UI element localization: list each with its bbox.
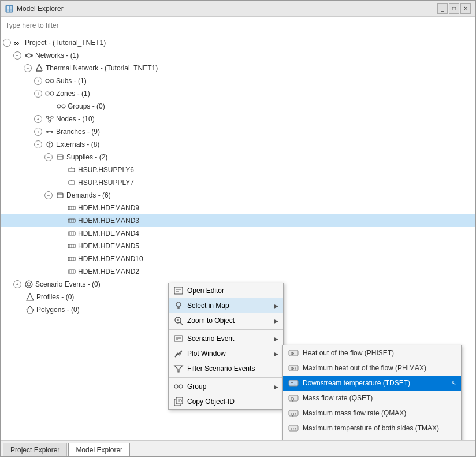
tree-item-branches[interactable]: + Branches - (9) [1, 125, 475, 138]
tab-project-explorer[interactable]: Project Explorer [3, 443, 67, 456]
zoom-arrow: ▶ [274, 318, 278, 324]
min-temp-both-label: Minimum temperature of both sides (TMIN) [303, 439, 435, 440]
tree-item-nodes[interactable]: + Nodes - (10) [1, 113, 475, 125]
thermal-label: Thermal Network - (Tutorial_TNET1) [46, 64, 158, 72]
expand-zones[interactable]: + [34, 90, 42, 98]
menu-open-editor-label: Open Editor [187, 287, 224, 295]
tree-item-subs[interactable]: + Subs - (1) [1, 75, 475, 87]
menu-filter-scenario[interactable]: Filter Scenario Events [169, 361, 283, 376]
svg-point-25 [46, 131, 49, 133]
svg-point-13 [46, 92, 49, 95]
main-window: Model Explorer _ □ ✕ − ∞ Project - (Tuto… [0, 0, 476, 457]
hdem10-label: HDEM.HDEMAND10 [78, 255, 143, 263]
zones-icon [44, 88, 55, 99]
tree-item-hdem4[interactable]: HDEM.HDEMAND4 [1, 227, 475, 240]
svg-text:Φ↑: Φ↑ [291, 366, 296, 371]
demands-label: Demands - (6) [66, 191, 111, 199]
max-heat-label: Maximum heat out of the flow (PHIMAX) [303, 364, 426, 372]
svg-rect-33 [69, 168, 75, 172]
temp-icon: T↓ [288, 377, 299, 389]
groups-label: Groups - (0) [68, 102, 105, 110]
submenu-min-temp-both[interactable]: T↓↓ Minimum temperature of both sides (T… [283, 436, 461, 440]
tab-bar: Project Explorer Model Explorer [1, 440, 475, 456]
menu-group[interactable]: Group ▶ [169, 379, 283, 394]
minimize-button[interactable]: _ [437, 3, 448, 14]
max-mass-label: Maximum mass flow rate (QMAX) [303, 409, 406, 417]
copy-id-icon: ID [173, 396, 184, 407]
svg-rect-37 [57, 193, 63, 198]
editor-icon [173, 285, 184, 296]
branches-label: Branches - (9) [56, 128, 100, 136]
tree-item-demands[interactable]: − Demands - (6) [1, 189, 475, 202]
close-button[interactable]: ✕ [460, 3, 471, 14]
hsup6-label: HSUP.HSUPPLY6 [78, 166, 134, 174]
polygons-label: Polygons - (0) [36, 306, 80, 314]
tree-item-hdem9[interactable]: HDEM.HDEMAND9 [1, 202, 475, 214]
expand-subs[interactable]: + [34, 77, 42, 85]
svg-point-63 [25, 281, 32, 288]
expand-branches[interactable]: + [34, 128, 42, 136]
tree-item-zones[interactable]: + Zones - (1) [1, 87, 475, 100]
hdem2-icon [66, 266, 77, 277]
svg-text:∞: ∞ [14, 39, 19, 47]
expand-externals[interactable]: − [34, 140, 42, 148]
expand-thermal[interactable]: − [24, 64, 32, 72]
menu-plot-window[interactable]: Plot Window ▶ [169, 346, 283, 361]
tree-item-networks[interactable]: − Networks - (1) [1, 49, 475, 62]
expand-supplies[interactable]: − [44, 153, 53, 161]
tab-model-explorer[interactable]: Model Explorer [68, 443, 130, 456]
svg-point-70 [176, 302, 181, 307]
filter-input[interactable] [5, 21, 471, 29]
tree-item-hdem5[interactable]: HDEM.HDEMAND5 [1, 240, 475, 252]
tree-item-thermal[interactable]: − Thermal Network - (Tutorial_TNET1) [1, 62, 475, 75]
tree-item-supplies[interactable]: − Supplies - (2) [1, 151, 475, 164]
submenu-max-temp-both[interactable]: T↑↑ Maximum temperature of both sides (T… [283, 421, 461, 436]
scenario-arrow: ▶ [274, 336, 278, 342]
scenario-icon [173, 333, 184, 344]
expand-project[interactable]: − [3, 39, 11, 47]
menu-copy-id[interactable]: ID Copy Object-ID [169, 394, 283, 409]
submenu-max-heat[interactable]: Φ↑ Maximum heat out of the flow (PHIMAX) [283, 361, 461, 376]
hdem5-icon [66, 241, 77, 251]
expand-scenario-events[interactable]: + [13, 280, 21, 288]
tree-item-hdem3[interactable]: HDEM.HDEMAND3 [1, 214, 475, 227]
svg-point-17 [62, 105, 65, 108]
menu-group-label: Group [187, 382, 206, 391]
submenu-heat-out[interactable]: Φ Heat out of the flow (PHISET) [283, 345, 461, 361]
tree-item-hsup7[interactable]: HSUP.HSUPPLY7 [1, 176, 475, 189]
expand-demands[interactable]: − [44, 191, 53, 199]
mass-flow-label: Mass flow rate (QSET) [303, 394, 373, 402]
tree-item-project[interactable]: − ∞ Project - (Tutorial_TNET1) [1, 36, 475, 49]
menu-open-editor[interactable]: Open Editor [169, 283, 283, 298]
svg-text:Q: Q [291, 396, 294, 402]
expand-networks[interactable]: − [13, 51, 21, 60]
svg-marker-80 [175, 351, 182, 357]
tree-item-hdem10[interactable]: HDEM.HDEMAND10 [1, 252, 475, 265]
thermal-icon [34, 63, 44, 73]
main-content: − ∞ Project - (Tutorial_TNET1) − Network… [1, 34, 475, 440]
tree-item-groups[interactable]: Groups - (0) [1, 100, 475, 113]
tree-item-externals[interactable]: − Externals - (8) [1, 138, 475, 151]
svg-text:T↓: T↓ [291, 381, 296, 387]
filter-icon [173, 363, 184, 374]
svg-point-26 [51, 131, 53, 133]
separator-1 [169, 329, 283, 330]
zones-label: Zones - (1) [56, 90, 90, 98]
submenu-max-mass[interactable]: Q↑ Maximum mass flow rate (QMAX) [283, 406, 461, 421]
heat-out-label: Heat out of the flow (PHISET) [303, 349, 394, 357]
demands-icon [55, 190, 65, 200]
max-temp-both-label: Maximum temperature of both sides (TMAX) [303, 424, 439, 432]
menu-select-in-map[interactable]: Select in Map ▶ [169, 298, 283, 313]
submenu-mass-flow[interactable]: Q Mass flow rate (QSET) [283, 391, 461, 406]
menu-zoom-to-object[interactable]: Zoom to Object ▶ [169, 313, 283, 328]
expand-nodes[interactable]: + [34, 115, 42, 123]
tree-item-hdem2[interactable]: HDEM.HDEMAND2 [1, 265, 475, 278]
svg-rect-31 [57, 155, 63, 159]
restore-button[interactable]: □ [449, 3, 459, 14]
submenu-downstream-temp[interactable]: T↓ Downstream temperature (TDSET) ↖ [283, 376, 461, 391]
menu-scenario-event[interactable]: Scenario Event ▶ [169, 331, 283, 346]
externals-icon [44, 139, 55, 150]
svg-marker-65 [27, 293, 34, 300]
group-icon [173, 381, 184, 392]
tree-item-hsup6[interactable]: HSUP.HSUPPLY6 [1, 164, 475, 176]
